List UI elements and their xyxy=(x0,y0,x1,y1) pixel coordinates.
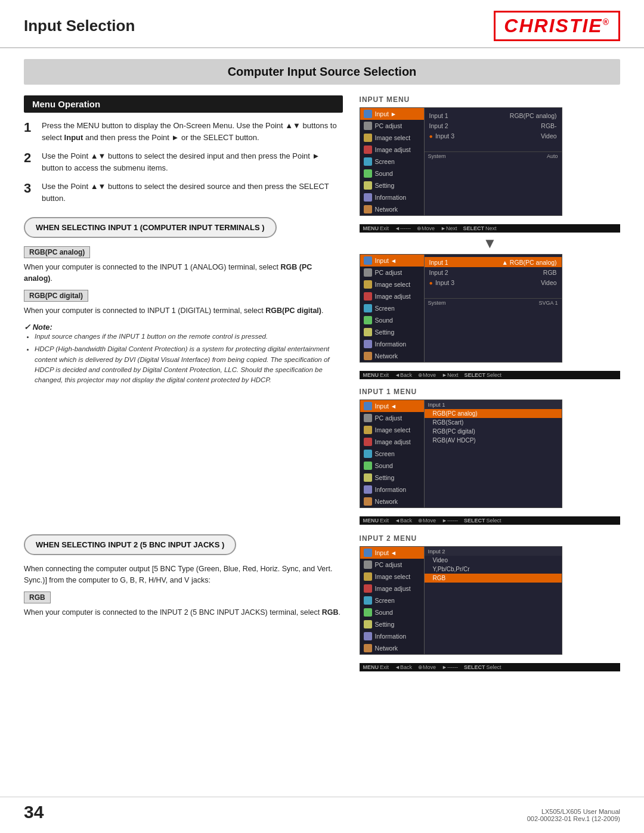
screen-icon-4 xyxy=(364,596,372,605)
network-icon-2 xyxy=(364,352,372,360)
step-3: 3 Use the Point ▲▼ buttons to select the… xyxy=(24,181,343,204)
osd-item-input-4: Input ◄ xyxy=(360,547,424,559)
osd-item-imgadj-3: Image adjust xyxy=(360,436,424,448)
info-icon xyxy=(364,193,372,202)
osd-right-input2: Input 2RGB- xyxy=(425,120,562,131)
imgsel-icon-3 xyxy=(364,426,372,434)
osd-item-network: Network xyxy=(360,203,424,215)
input2-menu-label: INPUT 2 MENU xyxy=(360,534,620,543)
imgadj-icon-4 xyxy=(364,584,372,593)
osd-right-2: Input 1▲ RGB(PC analog) Input 2RGB ●Inpu… xyxy=(425,255,562,362)
pc-icon-3 xyxy=(364,414,372,422)
osd-right-input3-2: ●Input 3Video xyxy=(425,277,562,287)
when-selecting-1-label: WHEN SELECTING INPUT 1 (COMPUTER INPUT T… xyxy=(24,217,277,238)
osd-item-pc-3: PC adjust xyxy=(360,412,424,424)
top-section: Menu Operation 1 Press the MENU button t… xyxy=(24,95,620,525)
network-icon xyxy=(364,205,372,213)
christie-logo: CHRISTIE® xyxy=(494,11,620,41)
step-num-1: 1 xyxy=(24,120,36,143)
manual-info: LX505/LX605 User Manual 002-000232-01 Re… xyxy=(527,808,620,822)
osd-item-sound-2: Sound xyxy=(360,314,424,326)
osd-item-info-4: Information xyxy=(360,630,424,642)
osd-sub-rgb-analog: RGB(PC analog) xyxy=(425,409,562,418)
osd-menu-2: Input ◄ PC adjust Image select Image adj… xyxy=(360,254,562,363)
footer-back-3: ◄Back xyxy=(395,518,412,524)
osd-item-network-4: Network xyxy=(360,642,424,654)
osd-menu-3: Input ◄ PC adjust Image select Image adj… xyxy=(360,400,562,508)
screen-icon xyxy=(364,157,372,166)
osd-right-1: Input 1RGB(PC analog) Input 2RGB- ●Input… xyxy=(425,108,562,215)
footer-move-1: ⊕Move xyxy=(417,225,435,231)
bnc-left: WHEN SELECTING INPUT 2 (5 BNC INPUT JACK… xyxy=(24,534,343,671)
info-icon-3 xyxy=(364,485,372,494)
osd-left-1: Input ► PC adjust Image select Image adj… xyxy=(360,108,425,215)
osd-sub-ypbcb: Y,Pb/Cb,Pr/Cr xyxy=(425,565,562,574)
osd-item-input: Input ► xyxy=(360,108,424,120)
imgadj-icon xyxy=(364,145,372,154)
screen-icon-3 xyxy=(364,450,372,458)
input-icon xyxy=(364,110,372,118)
osd-item-input-2: Input ◄ xyxy=(360,255,424,267)
osd-item-setting: Setting xyxy=(360,179,424,191)
setting-icon xyxy=(364,181,372,190)
step-text-2: Use the Point ▲▼ buttons to select the d… xyxy=(42,150,343,174)
footer-exit-2: MENU Exit xyxy=(363,372,389,378)
footer-select-4: SELECT Select xyxy=(464,664,501,670)
step-list: 1 Press the MENU button to display the O… xyxy=(24,120,343,204)
info-icon-2 xyxy=(364,340,372,348)
page-header: Input Selection CHRISTIE® xyxy=(0,0,644,48)
step-2: 2 Use the Point ▲▼ buttons to select the… xyxy=(24,150,343,174)
osd-sub-rgb-av: RGB(AV HDCP) xyxy=(425,436,562,445)
step-text-1: Press the MENU button to display the On-… xyxy=(42,120,343,143)
osd-item-network-2: Network xyxy=(360,350,424,362)
osd-item-pc-2: PC adjust xyxy=(360,267,424,278)
footer-back-2: ◄Back xyxy=(395,372,412,378)
rgb-pc-analog-text: When your computer is connected to the I… xyxy=(24,262,343,285)
footer-back-4: ◄Back xyxy=(395,664,412,670)
rgb-text: When your computer is connected to the I… xyxy=(24,607,343,618)
osd-right-3: Input 1 RGB(PC analog) RGB(Scart) RGB(PC… xyxy=(425,400,562,507)
osd-right-4: Input 2 Video Y,Pb/Cb,Pr/Cr RGB xyxy=(425,547,562,654)
osd-item-input-3: Input ◄ xyxy=(360,400,424,412)
when-selecting-2-label: WHEN SELECTING INPUT 2 (5 BNC INPUT JACK… xyxy=(24,534,236,555)
osd-item-network-3: Network xyxy=(360,496,424,507)
osd-item-imgsel-4: Image select xyxy=(360,571,424,583)
osd-right-input1-2: Input 1▲ RGB(PC analog) xyxy=(425,257,562,267)
osd-item-sound: Sound xyxy=(360,168,424,179)
osd-item-info: Information xyxy=(360,191,424,203)
setting-icon-4 xyxy=(364,620,372,628)
footer-next-2: ►Next xyxy=(442,372,458,378)
osd-left-2: Input ◄ PC adjust Image select Image adj… xyxy=(360,255,425,362)
note-title: Note: xyxy=(24,323,343,332)
footer-exit-1: MENU Exit xyxy=(363,225,389,231)
rgb-pc-analog-label: RGB(PC analog) xyxy=(24,246,90,258)
osd-menu-1: Input ► PC adjust Image select Image adj… xyxy=(360,107,562,216)
osd-item-imgsel-2: Image select xyxy=(360,278,424,290)
input-icon-3 xyxy=(364,402,372,410)
right-column: INPUT MENU Input ► PC adjust Image selec… xyxy=(360,95,620,525)
osd-item-imgsel-3: Image select xyxy=(360,424,424,436)
note-list: Input source changes if the INPUT 1 butt… xyxy=(24,332,343,385)
osd-item-screen-2: Screen xyxy=(360,302,424,314)
step-num-3: 3 xyxy=(24,181,36,204)
osd-footer-2: MENU Exit ◄Back ⊕Move ►Next SELECT Selec… xyxy=(360,371,620,379)
osd-right-input2-2: Input 2RGB xyxy=(425,267,562,277)
footer-select-2: SELECT Select xyxy=(464,372,501,378)
logo-registered: ® xyxy=(603,17,610,27)
osd-item-imgadj: Image adjust xyxy=(360,144,424,156)
footer-next-3: ►------ xyxy=(442,518,458,524)
osd-footer-3: MENU Exit ◄Back ⊕Move ►------ SELECT Sel… xyxy=(360,516,620,525)
osd-right-input1: Input 1RGB(PC analog) xyxy=(425,110,562,120)
setting-icon-3 xyxy=(364,473,372,482)
imgsel-icon xyxy=(364,134,372,142)
osd-item-setting-4: Setting xyxy=(360,618,424,630)
rgb-pc-digital-text: When your computer is connected to INPUT… xyxy=(24,305,343,317)
imgsel-icon-4 xyxy=(364,572,372,581)
osd-item-pc-4: PC adjust xyxy=(360,559,424,571)
osd-item-setting-3: Setting xyxy=(360,472,424,484)
osd-left-3: Input ◄ PC adjust Image select Image adj… xyxy=(360,400,425,507)
footer-next-1: ►Next xyxy=(441,225,457,231)
input-menu-label: INPUT MENU xyxy=(360,95,620,104)
osd-item-sound-4: Sound xyxy=(360,606,424,618)
osd-item-imgadj-4: Image adjust xyxy=(360,583,424,594)
